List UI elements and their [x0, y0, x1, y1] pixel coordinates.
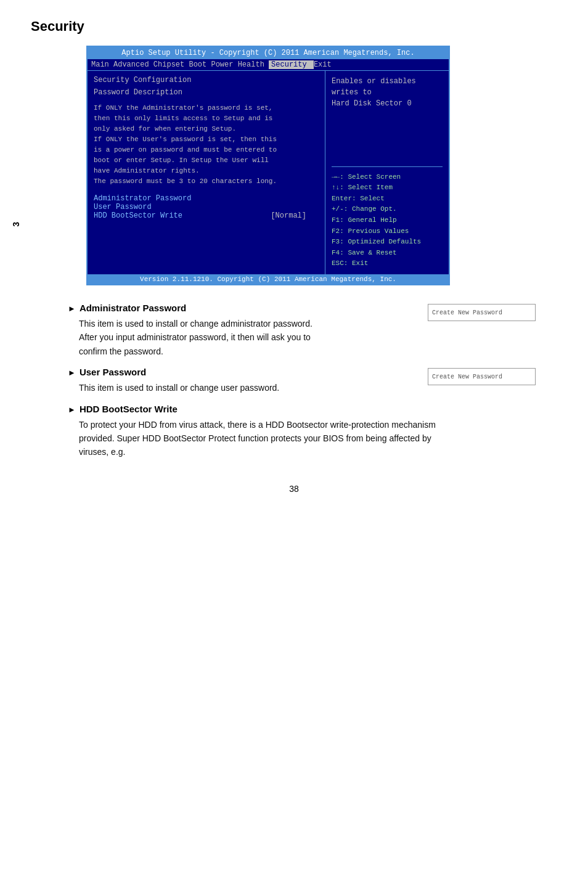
shortcut-select-item: ↑↓: Select Item	[332, 182, 443, 194]
shortcut-enter: Enter: Select	[332, 194, 443, 205]
hdd-bootsector-arrow-icon: ►	[68, 405, 76, 414]
admin-password-section: ► Administrator Password This item is us…	[68, 303, 422, 358]
user-create-password-box[interactable]: Create New Password	[428, 368, 536, 385]
admin-password-input-col: Create New Password	[422, 303, 533, 321]
bios-section-title: Security Configuration	[94, 76, 319, 84]
side-number: 3	[11, 222, 21, 227]
bios-footer: Version 2.11.1210. Copyright (C) 2011 Am…	[88, 274, 449, 284]
bios-hdd-label: HDD BootSector Write	[94, 211, 182, 220]
shortcut-f3: F3: Optimized Defaults	[332, 237, 443, 248]
admin-password-header: ► Administrator Password	[68, 303, 422, 313]
bios-nav-power: Power	[211, 60, 237, 69]
bios-body: Security Configuration Password Descript…	[88, 71, 449, 274]
bios-nav-health: Health	[238, 60, 269, 69]
bios-nav-exit: Exit	[314, 60, 332, 69]
hdd-bootsector-body: To protect your HDD from virus attack, t…	[68, 418, 533, 459]
user-password-body: This item is used to install or change u…	[68, 381, 422, 394]
bios-nav-advanced: Advanced	[113, 60, 153, 69]
user-password-section: ► User Password This item is used to ins…	[68, 367, 422, 394]
user-password-title: User Password	[80, 367, 146, 377]
shortcut-change-opt: +/-: Change Opt.	[332, 204, 443, 215]
page-number: 38	[31, 484, 557, 494]
page-title: Security	[31, 18, 557, 35]
admin-create-password-label: Create New Password	[432, 309, 502, 316]
admin-password-arrow-icon: ►	[68, 304, 76, 313]
bios-subtitle: Password Description	[94, 88, 319, 97]
bios-user-password-link[interactable]: User Password	[94, 203, 319, 211]
bios-hdd-value: [Normal]	[271, 211, 306, 220]
user-password-header: ► User Password	[68, 367, 422, 377]
hdd-bootsector-title: HDD BootSector Write	[80, 404, 178, 414]
bios-admin-password-link[interactable]: Administrator Password	[94, 194, 319, 203]
shortcut-f2: F2: Previous Values	[332, 226, 443, 237]
bios-hdd-row: HDD BootSector Write [Normal]	[94, 211, 319, 220]
bios-right-shortcuts: →←: Select Screen ↑↓: Select Item Enter:…	[332, 166, 443, 269]
shortcut-f1: F1: General Help	[332, 215, 443, 226]
bios-nav-boot: Boot	[189, 60, 211, 69]
bios-nav-security: Security	[269, 60, 314, 69]
bios-links: Administrator Password User Password HDD…	[94, 194, 319, 220]
bios-screenshot: Aptio Setup Utility - Copyright (C) 2011…	[86, 46, 450, 285]
user-password-input-col: Create New Password	[422, 367, 533, 385]
bios-header: Aptio Setup Utility - Copyright (C) 2011…	[88, 47, 449, 59]
bios-left-panel: Security Configuration Password Descript…	[88, 71, 325, 274]
user-password-text: This item is used to install or change u…	[79, 383, 279, 393]
bios-right-description: Enables or disables writes toHard Disk S…	[332, 76, 443, 166]
admin-password-title: Administrator Password	[80, 303, 186, 313]
admin-password-text: This item is used to install or change a…	[79, 319, 312, 356]
shortcut-select-screen: →←: Select Screen	[332, 172, 443, 183]
admin-create-password-box[interactable]: Create New Password	[428, 304, 536, 321]
shortcut-f4: F4: Save & Reset	[332, 248, 443, 259]
bios-nav-main: Main	[91, 60, 113, 69]
user-create-password-label: Create New Password	[432, 374, 502, 380]
hdd-bootsector-header: ► HDD BootSector Write	[68, 404, 533, 414]
shortcut-esc: ESC: Exit	[332, 258, 443, 269]
bios-description: If ONLY the Administrator's password is …	[94, 103, 319, 187]
hdd-bootsector-section: ► HDD BootSector Write To protect your H…	[68, 404, 533, 459]
bios-right-panel: Enables or disables writes toHard Disk S…	[325, 71, 449, 274]
hdd-bootsector-text: To protect your HDD from virus attack, t…	[79, 420, 436, 457]
user-password-arrow-icon: ►	[68, 368, 76, 377]
bios-nav-chipset: Chipset	[153, 60, 189, 69]
admin-password-body: This item is used to install or change a…	[68, 317, 422, 358]
bios-nav: Main Advanced Chipset Boot Power Health …	[88, 59, 449, 71]
